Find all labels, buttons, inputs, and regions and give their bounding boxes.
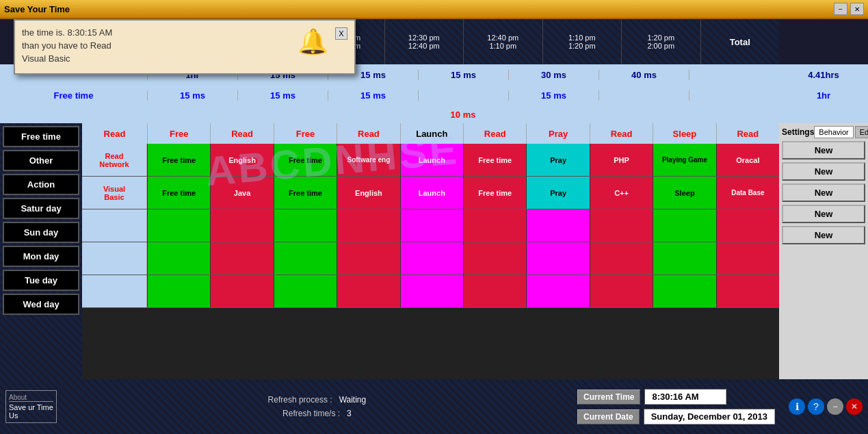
cell-wed-7	[526, 275, 589, 307]
schedule-area: Free time Other Action Satur day Sun day…	[0, 123, 868, 379]
cell-sat-7: Pray	[526, 144, 589, 176]
cell-mon-2	[210, 209, 273, 242]
window-minimize-button[interactable]: −	[827, 398, 843, 415]
col-header-spacer: Read	[82, 123, 147, 144]
notif-close-button[interactable]: X	[335, 27, 347, 40]
freetime-cell-2: 15 ms	[237, 90, 328, 101]
refresh-time-row: Refresh time/s : 3	[282, 409, 352, 418]
about-line2: Us	[9, 411, 53, 420]
cell-tue-1	[147, 242, 210, 275]
freetime-cell-5: 15 ms	[508, 90, 599, 101]
bottom-controls: ℹ ? − ✕	[789, 398, 863, 415]
col-header-pray: Pray	[526, 123, 589, 144]
wednesday-button[interactable]: Wed day	[3, 294, 79, 315]
current-date-row: Current Date Sunday, December 01, 2013	[577, 409, 775, 424]
other-button[interactable]: Other	[3, 150, 79, 171]
new-button-3[interactable]: New	[782, 183, 865, 202]
table-row: Visual Basic Free time Java Free time En…	[82, 177, 779, 209]
time-bot-6: 1:20 pm	[568, 42, 596, 50]
time-top-4: 12:30 pm	[408, 34, 440, 42]
minimize-button[interactable]: −	[834, 3, 847, 15]
cell-sat-9: Playing Game	[653, 144, 715, 176]
cell-tue-8	[590, 242, 653, 275]
tuesday-button[interactable]: Tue day	[3, 270, 79, 291]
cell-sun-6: Free time	[463, 177, 526, 209]
sunday-button[interactable]: Sun day	[3, 222, 79, 243]
tenms-row: 10 ms	[0, 105, 868, 123]
time-top-6: 1:10 pm	[568, 34, 596, 42]
right-panel: Settings Behavior Edit Alarm X New New N…	[779, 123, 868, 379]
main-container: 8:30 11:00 am 12:00 pm 12:00 pm 12:15 pm…	[0, 19, 868, 434]
current-date-value: Sunday, December 01, 2013	[644, 409, 775, 424]
col-header-read5: Read	[716, 123, 779, 144]
table-row	[82, 275, 779, 308]
cell-sun-4: English	[337, 177, 399, 209]
freetime-cell-3: 15 ms	[328, 90, 418, 101]
cell-wed-3	[274, 275, 337, 307]
new-button-1[interactable]: New	[782, 141, 865, 159]
table-row	[82, 209, 779, 242]
refresh-time-label: Refresh time/s :	[282, 409, 340, 418]
cell-mon-7	[526, 209, 589, 242]
time-display: Current Time 8:30:16 AM Current Date Sun…	[577, 389, 775, 424]
freetime-cell-1: 15 ms	[147, 90, 237, 101]
col-header-read4: Read	[590, 123, 653, 144]
new-button-2[interactable]: New	[782, 162, 865, 181]
refresh-process-row: Refresh process : Waiting	[268, 395, 367, 405]
refresh-process-value: Waiting	[339, 395, 367, 405]
freetime-button[interactable]: Free time	[3, 126, 79, 147]
tenms-content: 10 ms	[147, 110, 779, 120]
col-header-free2: Free	[274, 123, 337, 144]
cell-mon-3	[274, 209, 337, 242]
cell-sat-1: Free time	[147, 144, 210, 176]
cell-mon-1	[147, 209, 210, 242]
table-row: Read Network Free time English Free time…	[82, 144, 779, 177]
cell-wed-8	[590, 275, 653, 307]
col-header-read1: Read	[210, 123, 273, 144]
table-row	[82, 242, 779, 275]
cell-wed-9	[653, 275, 715, 307]
tenms-value: 10 ms	[451, 110, 476, 120]
notif-text: the time is. 8:30:15 AM than you have to…	[22, 27, 291, 66]
settings-label: Settings	[782, 127, 814, 137]
cell-wed-6	[463, 275, 526, 307]
sunday-cells: Free time Java Free time English Launch …	[147, 177, 779, 209]
time-top-5: 12:40 pm	[487, 34, 518, 42]
cell-mon-5	[400, 209, 463, 242]
title-bar: Save Your Time − ✕	[0, 0, 868, 19]
new-button-4[interactable]: New	[782, 205, 865, 223]
new-button-5[interactable]: New	[782, 226, 865, 244]
saturday-activity: Read Network	[82, 144, 147, 176]
behavior-tab[interactable]: Behavior	[814, 126, 853, 138]
notification-popup: the time is. 8:30:15 AM than you have to…	[14, 19, 356, 75]
window-close-button[interactable]: ✕	[846, 398, 863, 415]
cell-sun-7: Pray	[526, 177, 589, 209]
time-bot-5: 1:10 pm	[489, 42, 516, 50]
wednesday-cells	[147, 275, 779, 307]
freetime-cell-6	[599, 90, 689, 101]
current-time-label: Current Time	[577, 390, 640, 405]
close-button[interactable]: ✕	[850, 3, 864, 15]
info-button[interactable]: ℹ	[789, 398, 805, 415]
help-button[interactable]: ?	[808, 398, 824, 415]
cell-tue-6	[463, 242, 526, 275]
action-button[interactable]: Action	[3, 174, 79, 195]
monday-button[interactable]: Mon day	[3, 246, 79, 267]
grid-container: Read Free Read Free Read Launch Read Pra…	[82, 123, 779, 379]
cell-tue-10	[716, 242, 779, 275]
cell-sun-8: C++	[590, 177, 653, 209]
time-total: Total	[700, 19, 780, 64]
cell-tue-3	[274, 242, 337, 275]
time-bot-7: 2:00 pm	[647, 42, 674, 50]
cell-sat-8: PHP	[590, 144, 653, 176]
time-col-5: 12:40 pm 1:10 pm	[463, 19, 542, 64]
saturday-button[interactable]: Satur day	[3, 198, 79, 219]
about-line1: Save ur Time	[9, 403, 53, 411]
edit-tab[interactable]: Edit	[855, 126, 868, 138]
duration-cell-5: 30 ms	[508, 70, 599, 80]
cell-wed-10	[716, 275, 779, 307]
cell-mon-10	[716, 209, 779, 242]
tuesday-cells	[147, 242, 779, 275]
total-label: Total	[730, 37, 750, 47]
notif-line2: than you have to Read	[22, 40, 291, 51]
